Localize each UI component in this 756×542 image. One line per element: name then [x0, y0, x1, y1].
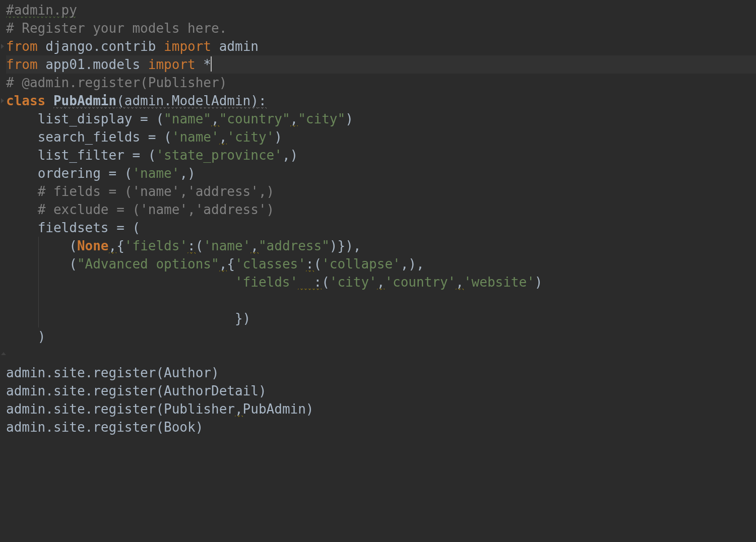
indent — [6, 238, 69, 253]
code-line[interactable]: # @admin.register(Publisher) — [6, 74, 756, 92]
token: ( — [196, 238, 204, 253]
token: ) — [345, 111, 353, 126]
token: 'fields' — [235, 275, 298, 290]
fold-icon[interactable] — [1, 98, 4, 103]
token: 'city' — [227, 129, 274, 145]
token: 'website' — [464, 275, 535, 290]
fold-icon[interactable] — [1, 44, 4, 49]
token: : — [306, 256, 314, 272]
code-line[interactable]: # fields = ('name','address',) — [6, 182, 756, 200]
token: ( — [322, 275, 330, 290]
token: "Advanced options" — [77, 256, 219, 272]
token: : — [306, 275, 322, 290]
token — [298, 275, 306, 290]
indent — [6, 184, 38, 199]
indent — [6, 256, 69, 272]
token: , — [290, 111, 298, 127]
token: "country" — [219, 111, 290, 126]
token: ) — [535, 275, 543, 290]
text-caret — [211, 56, 212, 72]
token: search_fields = ( — [38, 129, 172, 145]
code-line[interactable]: fieldsets = ( — [6, 219, 756, 237]
code-line[interactable]: list_display = ("name","country","city") — [6, 110, 756, 128]
token: admin — [219, 39, 259, 54]
token: 'name' — [172, 129, 219, 145]
code-line[interactable]: (None,{'fields':('name',"address")}), — [6, 237, 756, 255]
token: import — [164, 39, 219, 54]
token: * — [203, 57, 211, 72]
token: ( — [314, 256, 322, 272]
token: , — [456, 275, 464, 290]
token: ,) — [179, 166, 195, 181]
token: : — [187, 238, 196, 254]
token: , — [219, 256, 227, 272]
token: django.contrib — [45, 39, 164, 54]
code-line[interactable]: search_fields = ('name','city') — [6, 128, 756, 146]
token: list_filter = ( — [38, 148, 156, 163]
token: # exclude = ('name','address') — [38, 202, 275, 217]
code-line[interactable]: 'fields' :('city','country','website') — [6, 273, 756, 291]
token: { — [227, 256, 235, 272]
token: admin.site.register(Book) — [6, 420, 203, 435]
token: ( — [69, 256, 77, 272]
token: 'country' — [385, 275, 456, 290]
token: PubAdmin — [53, 93, 116, 109]
token: PubAdmin) — [243, 401, 314, 417]
token: , — [211, 111, 219, 127]
code-editor[interactable]: #admin.py# Register your models here.fro… — [0, 0, 756, 436]
fold-end-icon[interactable] — [1, 352, 6, 355]
token: ( — [69, 238, 77, 253]
indent — [6, 166, 38, 181]
token: "name" — [164, 111, 211, 126]
code-line[interactable]: list_filter = ('state_province',) — [6, 146, 756, 164]
token: # fields = ('name','address',) — [38, 184, 275, 199]
code-line[interactable]: from app01.models import * — [6, 55, 756, 74]
code-line[interactable]: #admin.py — [6, 1, 756, 19]
indent-guide — [38, 255, 39, 273]
token: 'fields' — [124, 238, 187, 253]
token: , — [109, 238, 117, 254]
indent — [6, 129, 38, 145]
code-line[interactable]: # exclude = ('name','address') — [6, 200, 756, 219]
code-line[interactable]: admin.site.register(Book) — [6, 418, 756, 436]
code-line[interactable]: class PubAdmin(admin.ModelAdmin): — [6, 92, 756, 110]
token: admin.site.register(AuthorDetail) — [6, 383, 267, 398]
token: 'collapse' — [322, 256, 401, 272]
token: }) — [235, 311, 250, 326]
token: 'state_province' — [156, 148, 282, 163]
token: None — [77, 238, 109, 253]
indent-guide — [38, 309, 39, 327]
code-line[interactable]: }) — [6, 309, 756, 327]
token: 'name' — [203, 238, 250, 253]
token: ) — [274, 129, 282, 145]
token: app01.models — [45, 57, 148, 72]
code-line[interactable]: admin.site.register(Author) — [6, 364, 756, 382]
indent-guide — [38, 291, 39, 309]
indent — [6, 311, 235, 326]
indent — [6, 111, 38, 126]
token: fieldsets = ( — [38, 220, 141, 235]
token: ) — [38, 329, 46, 344]
code-line[interactable]: ordering = ('name',) — [6, 164, 756, 182]
code-line[interactable]: admin.site.register(AuthorDetail) — [6, 382, 756, 400]
token: list_display = ( — [38, 111, 164, 126]
token: 'classes' — [235, 256, 306, 272]
token: (admin.ModelAdmin) — [116, 93, 259, 109]
token: admin.site.register(Author) — [6, 365, 219, 380]
code-line[interactable]: ) — [6, 327, 756, 346]
code-line[interactable]: from django.contrib import admin — [6, 37, 756, 55]
indent-guide — [38, 237, 39, 255]
indent — [6, 329, 38, 344]
token: ordering = ( — [38, 166, 133, 181]
token: # @admin.register(Publisher) — [6, 75, 227, 90]
token: , — [219, 129, 227, 145]
code-line[interactable]: ("Advanced options",{'classes':('collaps… — [6, 255, 756, 273]
token: "city" — [298, 111, 345, 126]
code-line[interactable]: admin.site.register(Publisher,PubAdmin) — [6, 400, 756, 418]
code-line[interactable] — [6, 346, 756, 364]
token: "address" — [259, 238, 330, 253]
code-line[interactable] — [6, 291, 756, 309]
token: from — [6, 57, 45, 72]
indent — [6, 202, 38, 217]
code-line[interactable]: # Register your models here. — [6, 19, 756, 37]
